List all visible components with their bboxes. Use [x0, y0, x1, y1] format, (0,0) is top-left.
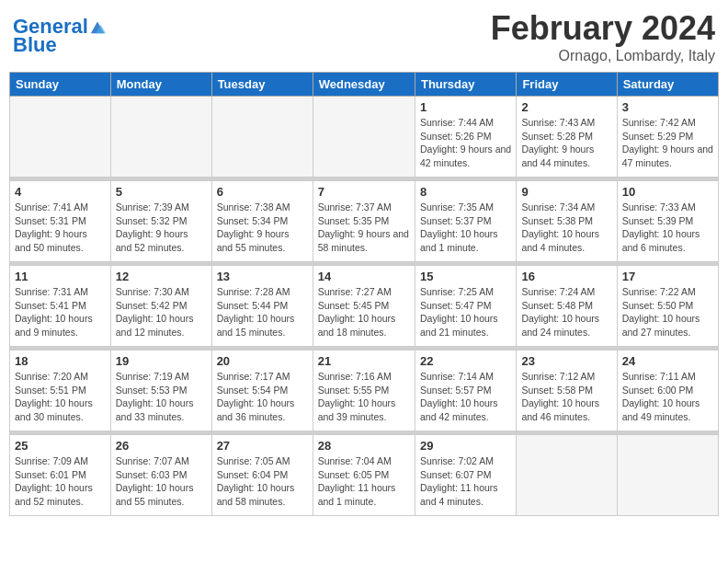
day-number: 13 [217, 270, 308, 283]
day-info: Sunrise: 7:38 AM Sunset: 5:34 PM Dayligh… [217, 201, 308, 255]
calendar-cell: 19Sunrise: 7:19 AM Sunset: 5:53 PM Dayli… [110, 350, 211, 431]
day-info: Sunrise: 7:17 AM Sunset: 5:54 PM Dayligh… [217, 370, 308, 424]
day-info: Sunrise: 7:07 AM Sunset: 6:03 PM Dayligh… [116, 454, 207, 509]
calendar-cell: 25Sunrise: 7:09 AM Sunset: 6:01 PM Dayli… [10, 435, 111, 516]
calendar-cell: 5Sunrise: 7:39 AM Sunset: 5:32 PM Daylig… [110, 181, 211, 262]
day-info: Sunrise: 7:35 AM Sunset: 5:37 PM Dayligh… [420, 201, 511, 255]
day-info: Sunrise: 7:12 AM Sunset: 5:58 PM Dayligh… [521, 370, 611, 424]
day-info: Sunrise: 7:27 AM Sunset: 5:45 PM Dayligh… [318, 285, 410, 339]
calendar-cell: 9Sunrise: 7:34 AM Sunset: 5:38 PM Daylig… [517, 181, 617, 262]
title-block: February 2024 Ornago, Lombardy, Italy [491, 9, 715, 64]
calendar-cell: 8Sunrise: 7:35 AM Sunset: 5:37 PM Daylig… [415, 181, 516, 262]
day-info: Sunrise: 7:05 AM Sunset: 6:04 PM Dayligh… [217, 454, 308, 509]
day-info: Sunrise: 7:22 AM Sunset: 5:50 PM Dayligh… [622, 285, 713, 339]
day-info: Sunrise: 7:14 AM Sunset: 5:57 PM Dayligh… [420, 370, 511, 424]
calendar-cell: 22Sunrise: 7:14 AM Sunset: 5:57 PM Dayli… [415, 350, 516, 431]
logo: General Blue [13, 17, 106, 55]
calendar-cell: 2Sunrise: 7:43 AM Sunset: 5:28 PM Daylig… [517, 97, 617, 178]
calendar-cell [517, 435, 617, 516]
day-number: 6 [217, 185, 308, 199]
day-number: 24 [622, 354, 713, 368]
calendar-cell: 14Sunrise: 7:27 AM Sunset: 5:45 PM Dayli… [313, 266, 415, 347]
calendar-cell: 15Sunrise: 7:25 AM Sunset: 5:47 PM Dayli… [415, 266, 516, 347]
day-number: 9 [521, 185, 611, 199]
day-number: 10 [622, 185, 713, 199]
location-title: Ornago, Lombardy, Italy [491, 48, 715, 64]
day-number: 4 [15, 185, 106, 199]
day-number: 23 [521, 354, 611, 368]
day-info: Sunrise: 7:25 AM Sunset: 5:47 PM Dayligh… [420, 285, 511, 339]
header: General Blue February 2024 Ornago, Lomba… [9, 9, 719, 64]
day-number: 11 [15, 270, 106, 283]
calendar-table: SundayMondayTuesdayWednesdayThursdayFrid… [9, 72, 719, 516]
day-number: 5 [116, 185, 207, 199]
day-number: 25 [15, 439, 106, 453]
day-info: Sunrise: 7:28 AM Sunset: 5:44 PM Dayligh… [217, 285, 308, 339]
day-info: Sunrise: 7:24 AM Sunset: 5:48 PM Dayligh… [521, 285, 611, 339]
day-number: 27 [217, 439, 308, 453]
day-info: Sunrise: 7:11 AM Sunset: 6:00 PM Dayligh… [622, 370, 713, 424]
calendar-cell: 23Sunrise: 7:12 AM Sunset: 5:58 PM Dayli… [517, 350, 617, 431]
day-number: 21 [318, 354, 410, 368]
day-number: 26 [116, 439, 207, 453]
day-number: 3 [622, 100, 713, 114]
week-row-3: 11Sunrise: 7:31 AM Sunset: 5:41 PM Dayli… [10, 266, 719, 347]
day-info: Sunrise: 7:02 AM Sunset: 6:07 PM Dayligh… [420, 454, 511, 509]
calendar-cell: 11Sunrise: 7:31 AM Sunset: 5:41 PM Dayli… [10, 266, 111, 347]
day-number: 22 [420, 354, 511, 368]
week-row-2: 4Sunrise: 7:41 AM Sunset: 5:31 PM Daylig… [10, 181, 719, 262]
calendar-cell [313, 97, 415, 178]
week-row-4: 18Sunrise: 7:20 AM Sunset: 5:51 PM Dayli… [10, 350, 719, 431]
calendar-cell: 27Sunrise: 7:05 AM Sunset: 6:04 PM Dayli… [211, 435, 313, 516]
day-info: Sunrise: 7:30 AM Sunset: 5:42 PM Dayligh… [116, 285, 207, 339]
calendar-cell: 24Sunrise: 7:11 AM Sunset: 6:00 PM Dayli… [617, 350, 718, 431]
weekday-header-sunday: Sunday [10, 73, 111, 97]
day-number: 15 [420, 270, 511, 283]
weekday-header-wednesday: Wednesday [313, 73, 415, 97]
calendar-cell: 7Sunrise: 7:37 AM Sunset: 5:35 PM Daylig… [313, 181, 415, 262]
calendar-cell: 26Sunrise: 7:07 AM Sunset: 6:03 PM Dayli… [110, 435, 211, 516]
day-number: 29 [420, 439, 511, 453]
calendar-cell: 1Sunrise: 7:44 AM Sunset: 5:26 PM Daylig… [415, 97, 516, 178]
calendar-cell: 10Sunrise: 7:33 AM Sunset: 5:39 PM Dayli… [617, 181, 718, 262]
month-title: February 2024 [491, 9, 715, 48]
weekday-header-thursday: Thursday [415, 73, 516, 97]
week-row-1: 1Sunrise: 7:44 AM Sunset: 5:26 PM Daylig… [10, 97, 719, 178]
weekday-header-monday: Monday [110, 73, 211, 97]
calendar-cell: 28Sunrise: 7:04 AM Sunset: 6:05 PM Dayli… [313, 435, 415, 516]
day-info: Sunrise: 7:37 AM Sunset: 5:35 PM Dayligh… [318, 201, 410, 255]
calendar-cell [110, 97, 211, 178]
calendar-cell [211, 97, 313, 178]
calendar-cell: 21Sunrise: 7:16 AM Sunset: 5:55 PM Dayli… [313, 350, 415, 431]
weekday-header-row: SundayMondayTuesdayWednesdayThursdayFrid… [10, 73, 719, 97]
day-info: Sunrise: 7:34 AM Sunset: 5:38 PM Dayligh… [521, 201, 611, 255]
weekday-header-friday: Friday [517, 73, 617, 97]
day-number: 20 [217, 354, 308, 368]
logo-icon [89, 18, 106, 35]
day-info: Sunrise: 7:04 AM Sunset: 6:05 PM Dayligh… [318, 454, 410, 509]
day-info: Sunrise: 7:09 AM Sunset: 6:01 PM Dayligh… [15, 454, 106, 509]
day-number: 17 [622, 270, 713, 283]
day-info: Sunrise: 7:39 AM Sunset: 5:32 PM Dayligh… [116, 201, 207, 255]
day-number: 1 [420, 100, 511, 114]
day-number: 19 [116, 354, 207, 368]
day-number: 7 [318, 185, 410, 199]
day-info: Sunrise: 7:19 AM Sunset: 5:53 PM Dayligh… [116, 370, 207, 424]
day-number: 2 [521, 100, 611, 114]
day-number: 18 [15, 354, 106, 368]
day-number: 14 [318, 270, 410, 283]
day-number: 12 [116, 270, 207, 283]
day-info: Sunrise: 7:41 AM Sunset: 5:31 PM Dayligh… [15, 201, 106, 255]
calendar-cell [10, 97, 111, 178]
calendar-cell: 6Sunrise: 7:38 AM Sunset: 5:34 PM Daylig… [211, 181, 313, 262]
calendar-cell: 16Sunrise: 7:24 AM Sunset: 5:48 PM Dayli… [517, 266, 617, 347]
day-info: Sunrise: 7:20 AM Sunset: 5:51 PM Dayligh… [15, 370, 106, 424]
day-number: 28 [318, 439, 410, 453]
day-info: Sunrise: 7:42 AM Sunset: 5:29 PM Dayligh… [622, 116, 713, 170]
weekday-header-tuesday: Tuesday [211, 73, 313, 97]
day-info: Sunrise: 7:31 AM Sunset: 5:41 PM Dayligh… [15, 285, 106, 339]
calendar-cell [617, 435, 718, 516]
calendar-cell: 20Sunrise: 7:17 AM Sunset: 5:54 PM Dayli… [211, 350, 313, 431]
week-row-5: 25Sunrise: 7:09 AM Sunset: 6:01 PM Dayli… [10, 435, 719, 516]
calendar-cell: 17Sunrise: 7:22 AM Sunset: 5:50 PM Dayli… [617, 266, 718, 347]
